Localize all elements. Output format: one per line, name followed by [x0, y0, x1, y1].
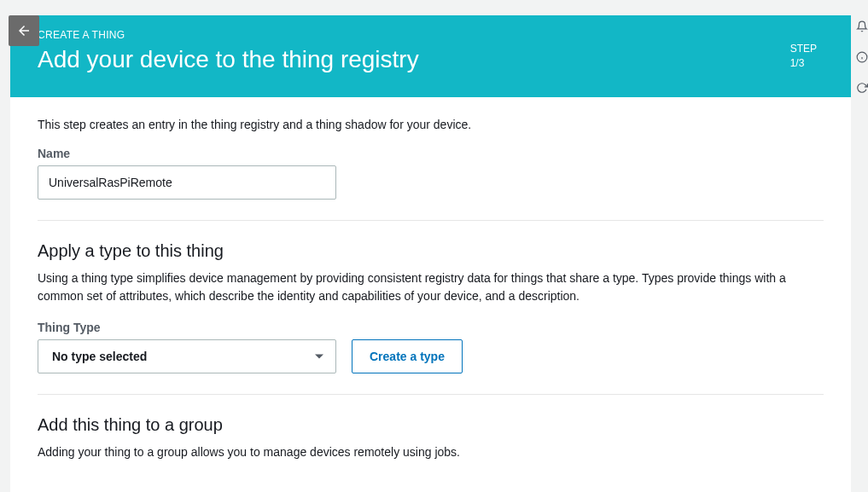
create-type-button[interactable]: Create a type [352, 339, 463, 373]
caret-down-icon [315, 355, 323, 359]
section-group: Add this thing to a group Adding your th… [38, 395, 824, 492]
section-name: This step creates an entry in the thing … [38, 97, 824, 221]
thing-name-input[interactable] [38, 165, 336, 200]
type-heading: Apply a type to this thing [38, 241, 824, 261]
breadcrumb: CREATE A THING [38, 29, 824, 41]
info-icon[interactable] [856, 49, 868, 65]
page-title: Add your device to the thing registry [38, 46, 824, 73]
wizard-header: CREATE A THING Add your device to the th… [10, 15, 851, 97]
type-desc: Using a thing type simplifies device man… [38, 269, 806, 305]
step-value: 1/3 [790, 56, 817, 71]
wizard-panel: CREATE A THING Add your device to the th… [10, 15, 851, 492]
refresh-icon[interactable] [856, 80, 868, 96]
step-label: STEP [790, 42, 817, 56]
arrow-left-icon [16, 23, 32, 38]
back-button[interactable] [9, 15, 39, 46]
section-type: Apply a type to this thing Using a thing… [38, 221, 824, 395]
thing-type-selected: No type selected [52, 350, 147, 363]
bell-icon[interactable] [856, 19, 868, 34]
thing-type-select[interactable]: No type selected [38, 339, 336, 373]
intro-text: This step creates an entry in the thing … [38, 118, 824, 131]
group-heading: Add this thing to a group [38, 415, 824, 435]
name-label: Name [38, 147, 824, 160]
right-rail [856, 19, 868, 96]
group-desc: Adding your thing to a group allows you … [38, 443, 806, 461]
wizard-content: This step creates an entry in the thing … [10, 97, 851, 492]
thing-type-label: Thing Type [38, 321, 824, 334]
step-indicator: STEP 1/3 [790, 42, 817, 71]
